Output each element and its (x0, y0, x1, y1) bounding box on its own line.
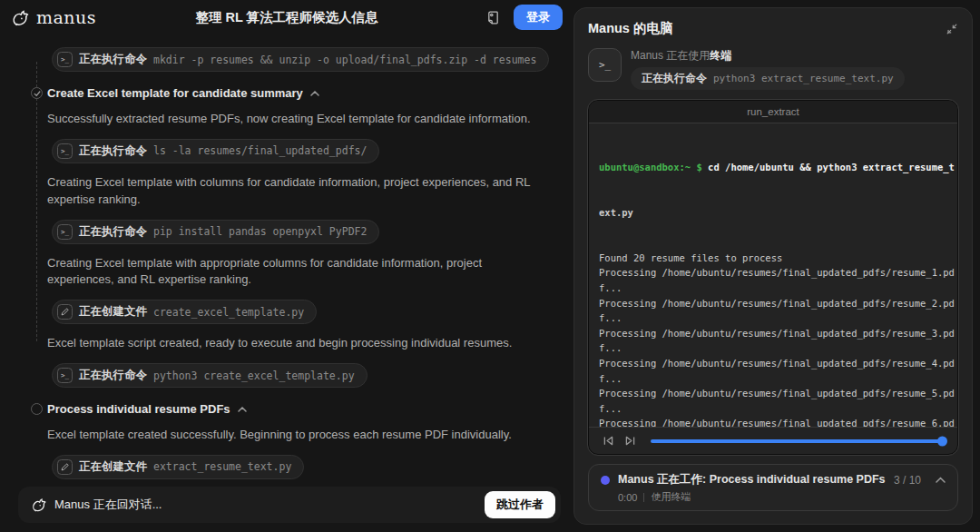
replay-status-text: Manus 正在回对话... (54, 497, 162, 513)
terminal-command-wrap: ext.py (599, 205, 947, 221)
pencil-icon (57, 304, 73, 320)
working-status-dot (601, 476, 610, 485)
manus-logo-icon (11, 8, 30, 27)
terminal-output: ubuntu@sandbox:~ $ cd /home/ubuntu && py… (589, 123, 957, 427)
share-page-icon[interactable] (483, 7, 503, 27)
terminal-output-line: f... (599, 310, 947, 326)
create-file-chip[interactable]: 正在创建文件 extract_resume_text.py (52, 455, 304, 479)
terminal-icon: >_ (57, 143, 73, 159)
status-meta-row: 0:00 使用终端 (618, 490, 946, 504)
tool-name: 终端 (710, 49, 731, 62)
terminal-title: run_extract (589, 101, 957, 123)
replay-bar: Manus 正在回对话... 跳过作者 (18, 487, 561, 523)
section-title: Create Excel template for candidate summ… (47, 86, 303, 100)
step-done-icon (31, 87, 43, 99)
command-chip[interactable]: >_ 正在执行命令 python3 create_excel_template.… (52, 363, 368, 388)
assistant-text: Successfully extracted resume PDFs, now … (47, 111, 552, 128)
assistant-text: Excel template created successfully. Beg… (47, 427, 552, 444)
terminal-output-line: Processing /home/ubuntu/resumes/final_up… (599, 326, 947, 341)
chip-action-label: 正在执行命令 (79, 52, 147, 67)
timeline-connector (36, 62, 37, 341)
terminal-tool-icon: >_ (588, 48, 622, 82)
chip-action-label: 正在执行命令 (79, 143, 147, 159)
chip-command-text: create_excel_template.py (153, 306, 304, 319)
section-title: Process individual resume PDFs (47, 402, 230, 416)
assistant-text: Excel template script created, ready to … (47, 335, 552, 352)
computer-panel-title: Manus 的电脑 (588, 20, 672, 37)
skip-to-start-button[interactable] (600, 433, 616, 449)
terminal-output-lines: Found 20 resume files to processProcessi… (599, 251, 947, 427)
terminal-prompt-line: ubuntu@sandbox:~ $ cd /home/ubuntu && py… (599, 160, 947, 175)
chip-action-label: 正在执行命令 (642, 71, 707, 86)
step-progress-count: 3 / 10 (894, 474, 921, 487)
chip-command-text: extract_resume_text.py (153, 460, 291, 473)
terminal-output-line: f... (599, 371, 947, 387)
chip-command-text: python3 extract_resume_text.py (713, 73, 894, 84)
chip-action-label: 正在创建文件 (79, 304, 147, 320)
task-status-card[interactable]: Manus 正在工作: Process individual resume PD… (588, 464, 958, 511)
manus-logo[interactable]: manus (11, 7, 96, 27)
tool-usage-line: Manus 正在使用终端 (631, 48, 905, 64)
playback-progress-bar[interactable] (651, 439, 946, 443)
terminal-icon: >_ (57, 52, 73, 67)
step-pending-icon (31, 403, 43, 415)
skip-to-end-button[interactable] (622, 433, 638, 449)
assistant-text: Creating Excel template with appropriate… (47, 255, 552, 290)
terminal-output-line: Processing /home/ubuntu/resumes/final_up… (599, 356, 947, 371)
assistant-text: Creating Excel template with columns for… (47, 174, 552, 209)
manus-wordmark: manus (36, 7, 96, 27)
command-chip[interactable]: >_ 正在执行命令 pip install pandas openpyxl Py… (52, 220, 379, 244)
terminal-output-line: f... (599, 281, 947, 296)
chip-action-label: 正在执行命令 (79, 368, 147, 383)
terminal-output-line: f... (599, 401, 947, 417)
terminal-output-line: Processing /home/ubuntu/resumes/final_up… (599, 386, 947, 401)
status-tool-label: 使用终端 (651, 490, 691, 504)
progress-knob[interactable] (937, 436, 947, 446)
terminal-icon: >_ (57, 368, 73, 383)
elapsed-time: 0:00 (618, 492, 637, 503)
terminal-output-line: f... (599, 340, 947, 356)
section-process-resume-pdfs[interactable]: Process individual resume PDFs (47, 402, 552, 416)
chevron-up-icon[interactable] (936, 477, 946, 483)
command-chip[interactable]: >_ 正在执行命令 ls -la resumes/final_updated_p… (52, 139, 379, 163)
terminal-icon: >_ (57, 224, 73, 240)
chip-command-text: python3 create_excel_template.py (153, 369, 355, 382)
header: 整理 RL 算法工程师候选人信息 manus (0, 0, 573, 34)
computer-panel: Manus 的电脑 >_ Manus 正在使用终端 正在执行命令 python3… (573, 7, 973, 525)
command-chip[interactable]: >_ 正在执行命令 mkdir -p resumes && unzip -o u… (52, 47, 549, 72)
section-create-excel-template[interactable]: Create Excel template for candidate summ… (47, 86, 552, 100)
skip-button[interactable]: 跳过作者 (485, 491, 555, 518)
chip-action-label: 正在执行命令 (79, 224, 147, 240)
login-button[interactable]: 登录 (514, 5, 563, 30)
manus-logo-icon (31, 497, 47, 513)
chat-stream: >_ 正在执行命令 mkdir -p resumes && unzip -o u… (0, 34, 573, 481)
terminal-window: run_extract ubuntu@sandbox:~ $ cd /home/… (588, 100, 958, 455)
collapse-panel-icon[interactable] (946, 23, 958, 35)
app-root: 整理 RL 算法工程师候选人信息 manus (0, 0, 980, 532)
terminal-output-line: Processing /home/ubuntu/resumes/final_up… (599, 416, 947, 427)
chip-command-text: pip install pandas openpyxl PyPDF2 (153, 225, 367, 238)
terminal-output-line: Processing /home/ubuntu/resumes/final_up… (599, 296, 947, 311)
terminal-output-line: Found 20 resume files to process (599, 251, 947, 266)
chevron-up-icon (310, 91, 319, 96)
terminal-output-line: Processing /home/ubuntu/resumes/final_up… (599, 265, 947, 281)
divider (643, 493, 644, 502)
active-command-chip: 正在执行命令 python3 extract_resume_text.py (631, 67, 905, 90)
chevron-up-icon (238, 407, 247, 412)
working-status-text: Manus 正在工作: Process individual resume PD… (618, 472, 886, 488)
chip-command-text: ls -la resumes/final_updated_pdfs/ (153, 144, 367, 157)
pencil-icon (57, 459, 73, 475)
chip-command-text: mkdir -p resumes && unzip -o upload/fina… (153, 54, 536, 66)
chip-action-label: 正在创建文件 (79, 459, 147, 475)
create-file-chip[interactable]: 正在创建文件 create_excel_template.py (52, 300, 317, 324)
playback-controls (589, 427, 957, 454)
